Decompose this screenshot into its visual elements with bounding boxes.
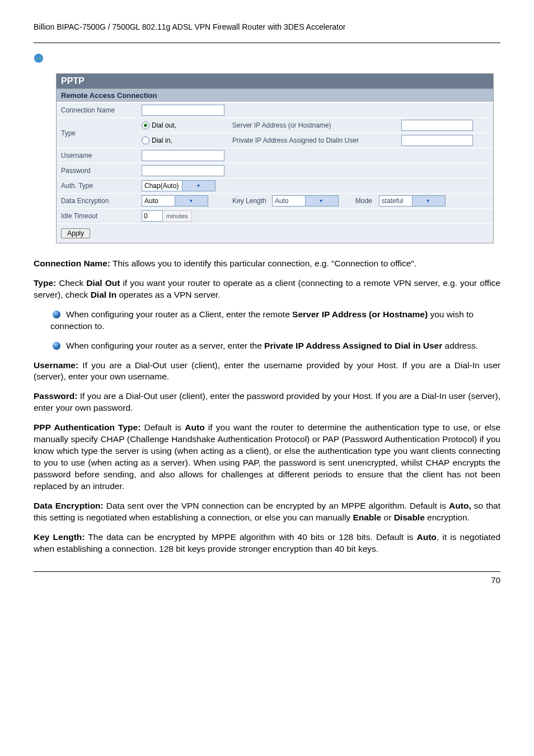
select-mode[interactable]: stateful ▾ <box>379 195 446 206</box>
select-key-length-value: Auto <box>273 197 305 205</box>
page-footer: 70 <box>34 571 500 585</box>
select-key-length[interactable]: Auto ▾ <box>272 195 339 206</box>
input-private-ip[interactable] <box>401 135 473 146</box>
label-auth-type: Auth. Type <box>57 180 138 191</box>
label-connection-name: Connection Name <box>57 105 138 116</box>
header-product: Billion BIPAC-7500G / 7500GL 802.11g ADS… <box>34 22 500 31</box>
label-username: Username <box>57 150 138 161</box>
b-username: Username: <box>34 360 78 370</box>
panel-title: PPTP <box>57 74 493 89</box>
b-key-length: Key Length: <box>34 532 85 542</box>
panel-subtitle: Remote Access Connection <box>57 89 493 102</box>
radio-dial-out[interactable] <box>142 121 149 129</box>
globe-icon <box>34 53 44 63</box>
pptp-panel: PPTP Remote Access Connection Connection… <box>56 73 494 243</box>
b-connection-name: Connection Name: <box>34 259 110 268</box>
label-key-length: Key Length <box>232 197 266 205</box>
bullet-icon <box>53 342 60 350</box>
label-idle-timeout: Idle Timeout <box>57 210 138 222</box>
label-private-ip: Private IP Address Assigned to Dialin Us… <box>229 135 398 146</box>
unit-minutes: minutes <box>163 210 192 222</box>
chevron-down-icon: ▾ <box>305 196 338 206</box>
header-rule <box>34 43 500 43</box>
chevron-down-icon: ▾ <box>175 196 208 206</box>
label-data-encryption: Data Encryption <box>57 195 138 206</box>
select-mode-value: stateful <box>380 197 412 205</box>
page-number: 70 <box>491 575 500 585</box>
input-username[interactable] <box>142 150 224 161</box>
radio-dial-out-label: Dial out, <box>152 121 176 129</box>
doc-body: Connection Name: This allows you to iden… <box>34 258 500 555</box>
b-auth-type: PPP Authentication Type: <box>34 422 140 432</box>
label-password: Password <box>57 165 138 176</box>
select-data-encryption[interactable]: Auto ▾ <box>142 195 208 206</box>
b-password: Password: <box>34 391 77 401</box>
label-type: Type <box>57 118 138 148</box>
select-data-encryption-value: Auto <box>142 197 175 205</box>
radio-dial-in[interactable] <box>142 137 149 144</box>
radio-dial-in-label: Dial in, <box>152 137 172 144</box>
input-password[interactable] <box>142 165 224 176</box>
chevron-down-icon: ▾ <box>412 196 445 206</box>
input-connection-name[interactable] <box>142 105 224 116</box>
select-auth-type[interactable]: Chap(Auto) ▾ <box>142 180 216 191</box>
b-data-encryption: Data Encryption: <box>34 501 104 510</box>
select-auth-type-value: Chap(Auto) <box>142 182 182 190</box>
chevron-down-icon: ▾ <box>182 181 215 191</box>
input-idle-timeout[interactable] <box>142 210 163 222</box>
apply-button[interactable]: Apply <box>61 228 90 238</box>
b-type: Type: <box>34 278 56 288</box>
label-server-ip: Server IP Address (or Hostname) <box>229 120 398 131</box>
label-mode: Mode <box>355 197 372 205</box>
input-server-ip[interactable] <box>401 120 473 131</box>
bullet-icon <box>53 311 60 318</box>
